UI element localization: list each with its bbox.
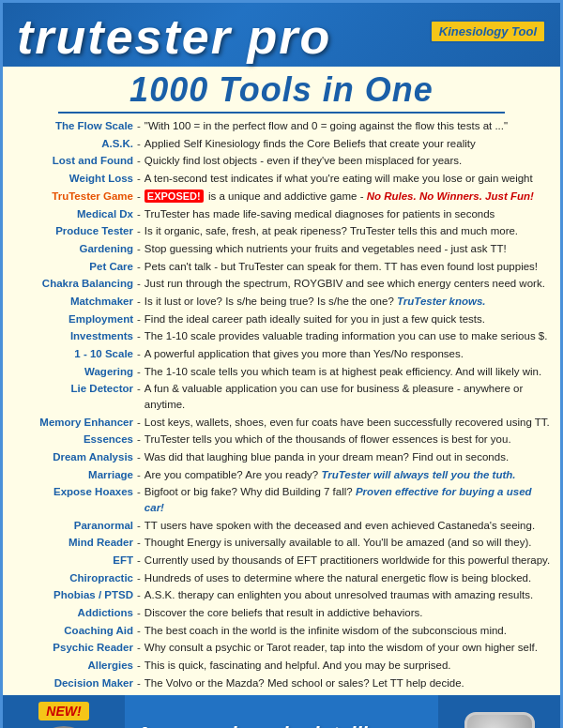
list-item: Pet Care - Pets can't talk - but TruTest… xyxy=(10,258,553,276)
item-desc: TruTester tells you which of the thousan… xyxy=(145,432,553,447)
item-desc: Is it organic, safe, fresh, at peak ripe… xyxy=(145,223,553,239)
list-item: Marriage - Are you compatible? Are you r… xyxy=(10,466,553,484)
list-item: Mind Reader - Thought Energy is universa… xyxy=(10,534,553,552)
list-item: Produce Tester - Is it organic, safe, fr… xyxy=(10,222,553,240)
item-label: Medical Dx xyxy=(10,206,137,222)
list-item: Gardening - Stop guessing which nutrient… xyxy=(10,240,553,258)
item-label: Produce Tester xyxy=(10,223,137,239)
item-label: Paranormal xyxy=(10,518,137,534)
item-dash: - xyxy=(137,449,141,465)
list-item: Allergies - This is quick, fascinating a… xyxy=(10,657,553,675)
list-item: Essences - TruTester tells you which of … xyxy=(10,431,553,448)
item-dash: - xyxy=(137,381,141,397)
footer-tagline-line1: Access a broader intelligence xyxy=(136,722,428,728)
item-desc: Thought Energy is universally available … xyxy=(145,535,553,551)
item-dash: - xyxy=(137,553,141,569)
list-item: A.S.K. - Applied Self Kinesiology finds … xyxy=(10,135,553,153)
item-dash: - xyxy=(137,518,141,534)
item-label: Phobias / PTSD xyxy=(10,587,137,603)
item-label: Mind Reader xyxy=(10,535,137,551)
item-desc: A ten-second test indicates if what you'… xyxy=(145,171,553,187)
list-item: Memory Enhancer - Lost keys, wallets, sh… xyxy=(10,414,553,432)
item-desc: The 1-10 scale provides valuable trading… xyxy=(145,328,553,344)
item-label: Dream Analysis xyxy=(10,449,137,465)
item-desc: Stop guessing which nutrients your fruit… xyxy=(145,241,553,257)
item-label: TruTester Game xyxy=(10,189,137,205)
item-desc: Quickly find lost objects - even if they… xyxy=(145,153,553,169)
item-dash: - xyxy=(137,311,141,327)
item-label: Lost and Found xyxy=(10,153,137,169)
content: The Flow Scale - "With 100 = in the perf… xyxy=(3,117,560,691)
item-dash: - xyxy=(137,136,141,152)
footer-center: Access a broader intelligence than you p… xyxy=(125,695,438,728)
item-desc: The best coach in the world is the infin… xyxy=(145,623,553,639)
item-dash: - xyxy=(137,294,141,310)
item-desc: Just run through the spectrum, ROYGBIV a… xyxy=(145,276,553,292)
item-desc: Was did that laughing blue panda in your… xyxy=(145,449,553,465)
list-item: Chakra Balancing - Just run through the … xyxy=(10,275,553,293)
item-dash: - xyxy=(137,189,141,205)
list-item: Employment - Find the ideal career path … xyxy=(10,311,553,328)
item-label: EFT xyxy=(10,553,137,569)
item-label: Chiropractic xyxy=(10,570,137,586)
item-label: Expose Hoaxes xyxy=(10,484,137,500)
item-dash: - xyxy=(137,587,141,603)
list-item: Dream Analysis - Was did that laughing b… xyxy=(10,448,553,466)
list-item: Paranormal - TT users have spoken with t… xyxy=(10,517,553,535)
item-dash: - xyxy=(137,415,141,431)
kinesiology-badge: Kinesiology Tool xyxy=(430,20,546,43)
list-item: Coaching Aid - The best coach in the wor… xyxy=(10,622,553,640)
item-dash: - xyxy=(137,171,141,187)
item-dash: - xyxy=(137,206,141,222)
item-desc: This is quick, fascinating and helpful. … xyxy=(145,658,553,674)
device-tru: TruMaster xyxy=(464,712,535,728)
item-dash: - xyxy=(137,535,141,551)
list-item: Wagering - The 1-10 scale tells you whic… xyxy=(10,363,553,381)
list-item: EFT - Currently used by thousands of EFT… xyxy=(10,552,553,569)
item-label: Employment xyxy=(10,311,137,327)
item-dash: - xyxy=(137,570,141,586)
item-dash: - xyxy=(137,364,141,380)
item-dash: - xyxy=(137,118,141,134)
header: trutester pro Kinesiology Tool xyxy=(3,3,560,67)
item-desc: Applied Self Kinesiology finds the Core … xyxy=(145,136,553,152)
item-label: Matchmaker xyxy=(10,294,137,310)
item-label: Pet Care xyxy=(10,259,137,275)
item-label: Memory Enhancer xyxy=(10,415,137,431)
list-item: TruTester Game - EXPOSED! is a unique an… xyxy=(10,188,553,205)
list-item: Psychic Reader - Why consult a psychic o… xyxy=(10,639,553,657)
item-label: Marriage xyxy=(10,467,137,483)
list-item: Lost and Found - Quickly find lost objec… xyxy=(10,152,553,170)
item-dash: - xyxy=(137,346,141,362)
item-desc: The Volvo or the Mazda? Med school or sa… xyxy=(145,675,553,691)
list-item: Lie Detector - A fun & valuable applicat… xyxy=(10,380,553,413)
item-desc: TT users have spoken with the deceased a… xyxy=(145,518,553,534)
item-dash: - xyxy=(137,605,141,621)
item-label: Weight Loss xyxy=(10,171,137,187)
item-dash: - xyxy=(137,467,141,483)
item-label: Addictions xyxy=(10,605,137,621)
list-item: Decision Maker - The Volvo or the Mazda?… xyxy=(10,675,553,692)
item-desc: Hundreds of uses to determine where the … xyxy=(145,570,553,586)
item-label: Allergies xyxy=(10,658,137,674)
list-item: Chiropractic - Hundreds of uses to deter… xyxy=(10,569,553,587)
item-label: Lie Detector xyxy=(10,381,137,397)
item-label: A.S.K. xyxy=(10,136,137,152)
item-dash: - xyxy=(137,153,141,169)
item-dash: - xyxy=(137,223,141,239)
list-item: The Flow Scale - "With 100 = in the perf… xyxy=(10,117,553,135)
item-label: 1 - 10 Scale xyxy=(10,346,137,362)
item-dash: - xyxy=(137,484,141,500)
item-dash: - xyxy=(137,675,141,691)
item-desc: "With 100 = in the perfect flow and 0 = … xyxy=(145,118,553,134)
exposed-badge: EXPOSED! xyxy=(145,190,204,203)
list-item: Weight Loss - A ten-second test indicate… xyxy=(10,170,553,188)
item-dash: - xyxy=(137,658,141,674)
item-desc: A.S.K. therapy can enlighten you about u… xyxy=(145,587,553,603)
list-item: Addictions - Discover the core beliefs t… xyxy=(10,604,553,622)
item-desc: Lost keys, wallets, shoes, even fur coat… xyxy=(145,415,553,431)
list-item: Expose Hoaxes - Bigfoot or big fake? Why… xyxy=(10,483,553,516)
item-label: Psychic Reader xyxy=(10,640,137,656)
item-dash: - xyxy=(137,640,141,656)
item-dash: - xyxy=(137,432,141,447)
